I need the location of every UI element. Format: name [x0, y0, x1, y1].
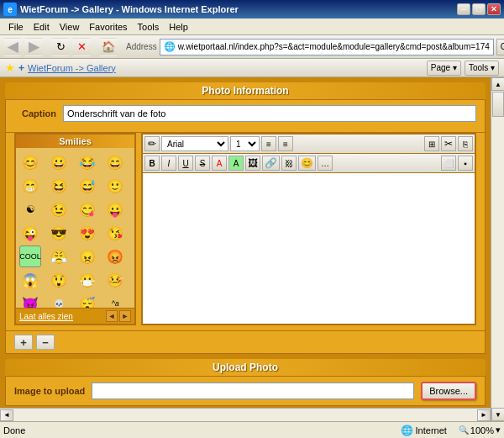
smiley-17[interactable]: COOL: [19, 245, 41, 267]
minus-button[interactable]: −: [36, 335, 55, 350]
zoom-label: 100%: [470, 425, 494, 435]
vertical-scrollbar[interactable]: ▲ ▼: [491, 77, 504, 421]
smiley-1[interactable]: 😊: [19, 151, 41, 173]
smiley-21[interactable]: 😱: [19, 269, 41, 291]
rte-highlight-button[interactable]: A: [228, 156, 244, 171]
stop-button[interactable]: ✕: [72, 38, 91, 56]
smiley-12[interactable]: 😛: [104, 198, 126, 220]
menu-favorites[interactable]: Favorites: [84, 20, 132, 34]
menu-view[interactable]: View: [55, 20, 85, 34]
rte-body[interactable]: [143, 173, 475, 324]
zoom-icon: 🔍: [459, 425, 469, 435]
smiley-15[interactable]: 😍: [76, 222, 98, 244]
address-bar[interactable]: 🌐 w.wietportaal.nl/index.php?s=&act=modu…: [160, 39, 494, 55]
smiley-8[interactable]: 🙂: [104, 175, 126, 197]
menu-file[interactable]: File: [3, 20, 29, 34]
caption-input[interactable]: [63, 105, 476, 122]
maximize-button[interactable]: □: [472, 3, 486, 15]
smiley-7[interactable]: 😅: [76, 175, 98, 197]
menu-tools[interactable]: Tools: [133, 20, 165, 34]
scroll-down-button[interactable]: ▼: [491, 408, 504, 421]
rte-bold-button[interactable]: B: [144, 156, 160, 171]
smiley-14[interactable]: 😎: [48, 222, 70, 244]
browser-title: WietForum -> Gallery - Windows Internet …: [20, 4, 239, 14]
smilies-footer: Laat alles zien ◄ ►: [16, 308, 134, 324]
smiley-16[interactable]: 😘: [104, 222, 126, 244]
rte-align-left-button[interactable]: ≡: [261, 136, 276, 151]
rte-italic-button[interactable]: I: [161, 156, 176, 171]
rte-link-button[interactable]: 🔗: [262, 156, 280, 171]
tools-button[interactable]: Tools ▾: [465, 61, 499, 76]
rte-justify-right-button[interactable]: ▪: [458, 156, 473, 171]
statusbar: Done 🌐 Internet 🔍 100% ▾: [0, 421, 504, 438]
smiley-10[interactable]: 😉: [48, 198, 70, 220]
smiley-20[interactable]: 😡: [104, 245, 126, 267]
menu-edit[interactable]: Edit: [29, 20, 55, 34]
page-button[interactable]: Page ▾: [427, 61, 461, 76]
smiley-9[interactable]: ☯: [19, 198, 41, 220]
refresh-button[interactable]: ↻: [51, 38, 70, 56]
upload-label: Image to upload: [14, 386, 85, 396]
zoom-dropdown-icon[interactable]: ▾: [496, 425, 501, 435]
smilies-prev-button[interactable]: ◄: [106, 310, 118, 322]
smilies-next-button[interactable]: ►: [119, 310, 131, 322]
rte-extra1-button[interactable]: ⊞: [424, 136, 439, 151]
close-button[interactable]: ✕: [487, 3, 501, 15]
smiley-5[interactable]: 😁: [19, 175, 41, 197]
upload-input[interactable]: [92, 383, 414, 399]
minimize-button[interactable]: ─: [457, 3, 470, 15]
scroll-left-button[interactable]: ◄: [0, 409, 13, 421]
home-button[interactable]: 🏠: [99, 38, 118, 56]
links-label[interactable]: WietForum -> Gallery: [28, 63, 116, 73]
rte-image-button[interactable]: 🖼: [245, 156, 260, 171]
plus-button[interactable]: +: [14, 335, 33, 350]
menu-help[interactable]: Help: [164, 20, 193, 34]
editor-container: Smilies 😊 😀 😂 😄 😁 😆 😅 🙂 ☯ 😉 😋 😛 😜 😎: [5, 133, 486, 331]
add-favorites-button[interactable]: +: [18, 62, 24, 74]
smiley-23[interactable]: 😷: [76, 269, 98, 291]
rte-more-button[interactable]: …: [318, 156, 333, 171]
rte-size-select[interactable]: 1234: [230, 136, 260, 151]
go-button[interactable]: Go: [496, 39, 504, 55]
caption-label: Caption: [14, 108, 56, 119]
rte-copy-button[interactable]: ⎘: [458, 136, 473, 151]
address-label: Address: [126, 42, 157, 51]
zoom-control[interactable]: 🔍 100% ▾: [459, 425, 501, 435]
smiley-11[interactable]: 😋: [76, 198, 98, 220]
smiley-24[interactable]: 🤒: [104, 269, 126, 291]
rte-strikethrough-button[interactable]: S: [195, 156, 210, 171]
smiley-27[interactable]: 😴: [76, 293, 98, 308]
rte-unlink-button[interactable]: ⛓: [281, 156, 297, 171]
status-text: Done: [3, 425, 25, 435]
scroll-thumb[interactable]: [492, 92, 504, 117]
show-all-link[interactable]: Laat alles zien: [19, 312, 73, 321]
smiley-13[interactable]: 😜: [19, 222, 41, 244]
smiley-6[interactable]: 😆: [48, 175, 70, 197]
scroll-up-button[interactable]: ▲: [491, 77, 504, 91]
smiley-3[interactable]: 😂: [76, 151, 98, 173]
content-area: ▲ ▼ Photo Information Caption Smilies 😊 …: [0, 77, 504, 421]
rte-smilies-button[interactable]: 😊: [298, 156, 316, 171]
smiley-2[interactable]: 😀: [48, 151, 70, 173]
smiley-28[interactable]: ^a: [104, 293, 126, 308]
rte-justify-left-button[interactable]: ⬜: [441, 156, 456, 171]
rte-color-button[interactable]: A: [212, 156, 227, 171]
rte-underline-button[interactable]: U: [178, 156, 193, 171]
rte-cut-button[interactable]: ✂: [441, 136, 456, 151]
back-button[interactable]: ◀: [3, 38, 22, 56]
smiley-26[interactable]: 💀: [48, 293, 70, 308]
rte-align-right-button[interactable]: ≡: [278, 136, 293, 151]
browse-button[interactable]: Browse...: [421, 382, 476, 400]
menubar: File Edit View Favorites Tools Help: [0, 18, 504, 35]
smiley-25[interactable]: 😈: [19, 293, 41, 308]
horizontal-scrollbar[interactable]: ◄ ►: [0, 408, 491, 421]
forward-button[interactable]: ▶: [24, 38, 43, 56]
smiley-19[interactable]: 😠: [76, 245, 98, 267]
rte-toolbar2: B I U S A A 🖼 🔗 ⛓ 😊 … ⬜ ▪: [143, 154, 475, 173]
rte-icon-btn[interactable]: ✏: [144, 136, 160, 151]
scroll-right-button[interactable]: ►: [477, 409, 491, 421]
smiley-4[interactable]: 😄: [104, 151, 126, 173]
smiley-22[interactable]: 😲: [48, 269, 70, 291]
rte-font-select[interactable]: Arial Times New Roman Courier New: [161, 136, 228, 151]
smiley-18[interactable]: 😤: [48, 245, 70, 267]
